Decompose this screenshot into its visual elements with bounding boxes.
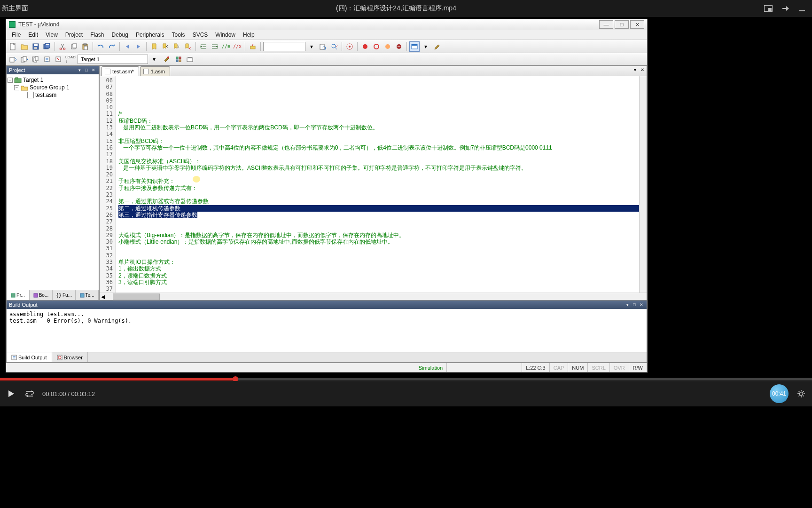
menu-file[interactable]: File (8, 31, 24, 39)
menu-peripherals[interactable]: Peripherals (132, 31, 168, 39)
configure-button[interactable] (432, 41, 442, 52)
breakpoint-enable-button[interactable] (371, 41, 382, 52)
folder-icon (21, 85, 28, 91)
manage-project-button[interactable] (173, 54, 184, 64)
bookmark-clear-button[interactable] (183, 41, 193, 52)
open-file-button[interactable] (19, 41, 30, 52)
panel-pin-icon[interactable]: □ (84, 67, 89, 73)
editor-tab-testasm[interactable]: test.asm* (102, 66, 139, 76)
tree-group-node[interactable]: − Source Group 1 (8, 84, 98, 91)
menu-tools[interactable]: Tools (168, 31, 189, 39)
indent-button[interactable] (198, 41, 209, 52)
breakpoint-insert-button[interactable] (360, 41, 370, 52)
browser-tab[interactable]: Browser (52, 352, 88, 362)
tree-collapse-icon[interactable]: − (8, 78, 13, 83)
nav-back-button[interactable] (122, 41, 133, 52)
breakpoint-kill-button[interactable] (394, 41, 404, 52)
manage-multi-button[interactable] (185, 54, 195, 64)
find-combo[interactable] (263, 42, 305, 51)
uvision-titlebar[interactable]: TEST - µVision4 — □ ✕ (6, 19, 647, 30)
menu-svcs[interactable]: SVCS (189, 31, 212, 39)
window-minimize-button[interactable]: — (599, 20, 613, 29)
panel-close-icon[interactable]: ✕ (639, 302, 644, 308)
build-output-header[interactable]: Build Output ▾ □ ✕ (7, 301, 647, 309)
menu-flash[interactable]: Flash (86, 31, 108, 39)
build-button[interactable] (19, 54, 30, 64)
svg-point-25 (385, 44, 390, 49)
translate-button[interactable] (8, 54, 18, 64)
tree-target-node[interactable]: − Target 1 (8, 76, 98, 84)
editor-tab-1asm[interactable]: 1.asm (140, 66, 170, 76)
menu-help[interactable]: Help (239, 31, 258, 39)
window-close-button[interactable]: ✕ (630, 20, 644, 29)
build-output-tab[interactable]: Build Output (7, 352, 52, 362)
new-file-button[interactable] (8, 41, 18, 52)
outdent-button[interactable] (210, 41, 220, 52)
tab-nav-dropdown-icon[interactable]: ▾ (632, 67, 638, 73)
bookmark-button[interactable] (149, 41, 159, 52)
batch-build-button[interactable] (42, 54, 52, 64)
debug-button[interactable] (344, 41, 355, 52)
project-tab-templates[interactable]: Te... (76, 290, 99, 300)
play-button[interactable] (5, 388, 17, 400)
uncomment-button[interactable]: //x (232, 41, 242, 52)
horizontal-scrollbar[interactable]: ◂ (100, 293, 647, 300)
copy-button[interactable] (69, 41, 79, 52)
loop-button[interactable] (23, 388, 36, 400)
insert-button[interactable] (248, 41, 258, 52)
vertical-scrollbar[interactable] (639, 76, 647, 293)
stop-build-button[interactable] (53, 54, 63, 64)
project-tab-project[interactable]: Pr... (7, 290, 30, 300)
paste-button[interactable] (80, 41, 90, 52)
panel-close-icon[interactable]: ✕ (91, 67, 96, 73)
comment-button[interactable]: //≣ (221, 41, 231, 52)
svg-point-22 (349, 46, 351, 48)
bookmark-next-button[interactable] (172, 41, 182, 52)
picture-in-picture-icon[interactable] (764, 4, 773, 13)
target-options-button[interactable] (161, 54, 172, 64)
menu-debug[interactable]: Debug (108, 31, 132, 39)
redo-button[interactable] (107, 41, 117, 52)
panel-pin-icon[interactable]: □ (632, 302, 637, 308)
project-panel-header[interactable]: Project ▾ □ ✕ (7, 66, 99, 74)
build-output-text[interactable]: assembling test.asm... test.asm - 0 Erro… (7, 309, 647, 352)
menu-edit[interactable]: Edit (24, 31, 42, 39)
tab-close-icon[interactable]: ✕ (639, 67, 646, 73)
project-tab-functions[interactable]: {}Fu... (53, 290, 76, 300)
tree-file-node[interactable]: test.asm (8, 91, 98, 99)
code-editor[interactable]: /*压缩BCD码： 是用四位二进制数表示一位BCD码，用一个字节表示的两位BCD… (116, 76, 639, 293)
target-dropdown-button[interactable]: ▾ (149, 54, 159, 64)
panel-dropdown-icon[interactable]: ▾ (77, 67, 82, 73)
toolbar-main: //≣ //x ▾ ▾ (6, 40, 647, 53)
settings-gear-icon[interactable] (795, 388, 807, 400)
find-dropdown-button[interactable]: ▾ (306, 41, 317, 52)
video-progress-bar[interactable] (0, 378, 812, 381)
download-button[interactable]: LOAD↓ (65, 54, 76, 64)
scrollbar-thumb[interactable] (113, 294, 160, 300)
project-tree[interactable]: − Target 1 − Source Group 1 test.asm (7, 74, 99, 290)
breakpoint-disable-button[interactable] (383, 41, 393, 52)
save-button[interactable] (31, 41, 41, 52)
cut-button[interactable] (57, 41, 68, 52)
menu-project[interactable]: Project (62, 31, 86, 39)
window-maximize-button[interactable]: □ (615, 20, 629, 29)
layout-dropdown-button[interactable]: ▾ (421, 41, 431, 52)
target-selector[interactable]: Target 1 (78, 55, 148, 64)
nav-forward-button[interactable] (133, 41, 144, 52)
panel-dropdown-icon[interactable]: ▾ (625, 302, 630, 308)
window-layout-button[interactable] (409, 41, 420, 52)
rebuild-button[interactable] (31, 54, 41, 64)
recording-bubble[interactable]: 00:41 (770, 384, 789, 403)
save-all-button[interactable] (42, 41, 52, 52)
undo-button[interactable] (95, 41, 106, 52)
tree-collapse-icon[interactable]: − (14, 85, 19, 90)
bookmark-prev-button[interactable] (160, 41, 171, 52)
player-minimize-icon[interactable] (798, 4, 806, 13)
menu-view[interactable]: View (42, 31, 62, 39)
project-tab-books[interactable]: Bo... (30, 290, 53, 300)
letterbox-bottom (0, 406, 812, 508)
incremental-find-button[interactable] (329, 41, 339, 52)
find-in-files-button[interactable] (318, 41, 328, 52)
menu-window[interactable]: Window (211, 31, 239, 39)
pin-icon[interactable] (781, 4, 789, 13)
